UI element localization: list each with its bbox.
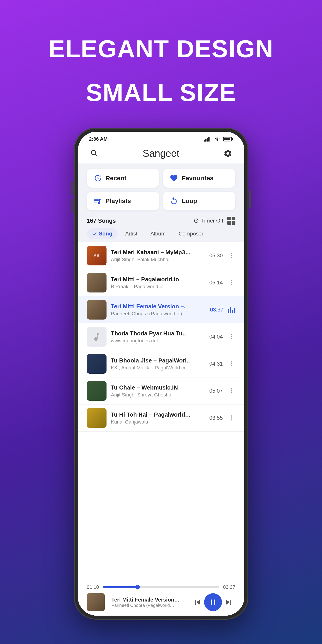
recent-button[interactable]: Recent xyxy=(87,169,159,188)
progress-fill xyxy=(103,586,138,588)
recent-icon-container xyxy=(93,174,102,183)
song-info: Tu Bhoola Jise – PagalWorl.. KK , Amaal … xyxy=(111,357,205,371)
song-item-playing[interactable]: Teri Mitti Female Version –. Parineeti C… xyxy=(78,296,244,323)
recent-label: Recent xyxy=(106,175,126,182)
progress-bar[interactable] xyxy=(103,586,219,588)
song-duration: 05:07 xyxy=(209,388,223,394)
recent-icon xyxy=(93,174,102,182)
tab-composer-label: Composer xyxy=(179,230,203,237)
more-icon xyxy=(228,388,235,394)
songs-header: 167 Songs Timer Off xyxy=(78,213,244,227)
song-more-button[interactable] xyxy=(227,388,235,394)
song-thumbnail-placeholder xyxy=(87,327,107,346)
song-more-button[interactable] xyxy=(227,252,235,259)
search-icon xyxy=(90,149,99,158)
favourites-icon-container xyxy=(169,174,178,183)
svg-rect-3 xyxy=(208,137,210,142)
svg-point-22 xyxy=(231,392,232,393)
loop-icon xyxy=(170,197,178,205)
svg-point-11 xyxy=(231,280,232,281)
playlists-label: Playlists xyxy=(106,198,131,204)
svg-point-16 xyxy=(231,338,232,339)
tab-song-label: Song xyxy=(99,230,112,237)
timer-button[interactable]: Timer Off xyxy=(193,218,223,224)
now-playing-row: Teri Mitti Female Version… Parineeti Cho… xyxy=(87,593,191,611)
song-item[interactable]: Tu Bhoola Jise – PagalWorl.. KK , Amaal … xyxy=(78,350,244,378)
song-artist: www.meringtones.net xyxy=(111,338,205,344)
search-button[interactable] xyxy=(89,148,100,159)
pause-icon xyxy=(209,598,217,607)
volume-up-button xyxy=(71,181,73,195)
music-note-icon xyxy=(91,332,102,342)
quick-buttons-grid: Recent Favourites xyxy=(78,164,244,213)
volume-down-button xyxy=(71,199,73,213)
more-icon xyxy=(228,279,235,286)
svg-rect-1 xyxy=(205,139,207,142)
more-icon xyxy=(228,252,235,259)
svg-point-14 xyxy=(231,334,232,336)
hero-line1: ELEGANT DESIGN xyxy=(14,36,308,62)
svg-rect-2 xyxy=(207,138,208,142)
battery-icon xyxy=(223,136,233,142)
song-title-playing: Teri Mitti Female Version –. xyxy=(111,303,206,310)
song-info: Teri Meri Kahaani – MyMp3… Arijit Singh,… xyxy=(111,249,205,262)
song-artist: Arijit Singh, Shreya Ghoshal xyxy=(111,392,205,398)
playing-bar-1 xyxy=(228,309,229,313)
song-thumbnail xyxy=(87,381,107,401)
favourites-button[interactable]: Favourites xyxy=(163,169,235,188)
phone-mockup: 2:36 AM xyxy=(74,128,248,620)
tab-song[interactable]: Song xyxy=(87,228,118,239)
playing-indicator xyxy=(228,306,235,313)
sort-tabs: Song Artist Album Composer xyxy=(78,227,244,242)
song-duration: 05:30 xyxy=(209,252,223,259)
song-thumb-img xyxy=(87,408,107,428)
song-info: Tu Chale – Webmusic.IN Arijit Singh, Shr… xyxy=(111,384,205,398)
song-more-button[interactable] xyxy=(227,334,235,340)
svg-point-23 xyxy=(231,416,232,416)
tab-composer[interactable]: Composer xyxy=(173,228,209,239)
song-list: AB Teri Meri Kahaani – MyMp3… Arijit Sin… xyxy=(78,242,244,581)
song-thumbnail xyxy=(87,300,107,320)
grid-cell-1 xyxy=(227,217,231,220)
song-more-button[interactable] xyxy=(227,414,235,421)
current-time: 01:10 xyxy=(87,584,99,590)
more-icon xyxy=(228,334,235,340)
song-more-button[interactable] xyxy=(227,279,235,286)
song-duration: 03:37 xyxy=(210,306,223,313)
np-details: Teri Mitti Female Version… Parineeti Cho… xyxy=(111,596,191,608)
playing-bar-3 xyxy=(232,310,233,313)
status-time: 2:36 AM xyxy=(89,136,108,142)
pause-button[interactable] xyxy=(204,593,222,611)
songs-count: 167 Songs xyxy=(87,217,116,224)
song-item[interactable]: Teri Mitti – Pagalworld.io B Praak – Pag… xyxy=(78,269,244,296)
tab-artist[interactable]: Artist xyxy=(120,228,143,239)
hero-line2: SMALL SIZE xyxy=(14,80,308,106)
song-artist: Parineeti Chopra (Pagalworld.io) xyxy=(111,311,206,317)
previous-button[interactable] xyxy=(191,596,204,609)
song-thumbnail xyxy=(87,354,107,374)
song-item[interactable]: Thoda Thoda Pyar Hua Tu.. www.meringtone… xyxy=(78,323,244,350)
skip-previous-icon xyxy=(192,597,202,607)
svg-point-25 xyxy=(231,419,232,420)
wifi-icon xyxy=(214,137,221,142)
song-more-button[interactable] xyxy=(227,360,235,367)
song-duration: 04:31 xyxy=(209,361,223,367)
settings-button[interactable] xyxy=(222,148,233,159)
song-item[interactable]: Tu Hi Toh Hai – Pagalworld… Kunal Ganjaw… xyxy=(78,404,244,432)
status-icons xyxy=(204,136,233,142)
song-duration: 04:04 xyxy=(209,334,223,340)
tab-album[interactable]: Album xyxy=(145,228,171,239)
song-title: Thoda Thoda Pyar Hua Tu.. xyxy=(111,330,205,337)
grid-view-button[interactable] xyxy=(227,217,235,225)
playlists-button[interactable]: Playlists xyxy=(87,192,159,210)
song-thumb-img xyxy=(87,273,107,292)
song-title: Tu Bhoola Jise – PagalWorl.. xyxy=(111,357,205,364)
song-thumbnail xyxy=(87,408,107,428)
song-artist: B Praak – Pagalworld.io xyxy=(111,284,205,290)
song-item[interactable]: Tu Chale – Webmusic.IN Arijit Singh, Shr… xyxy=(78,378,244,404)
content-area: Recent Favourites xyxy=(78,164,244,616)
next-button[interactable] xyxy=(222,596,235,609)
tab-artist-label: Artist xyxy=(125,230,138,237)
loop-button[interactable]: Loop xyxy=(163,192,235,210)
song-item[interactable]: AB Teri Meri Kahaani – MyMp3… Arijit Sin… xyxy=(78,242,244,269)
